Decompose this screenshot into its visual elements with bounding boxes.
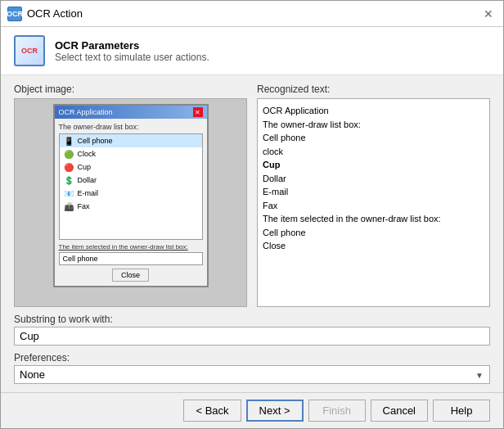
cell-phone-label: Cell phone xyxy=(78,137,113,145)
footer: < Back Next > Finish Cancel Help xyxy=(1,392,503,428)
list-item[interactable]: 🔴 Cup xyxy=(60,160,202,174)
header-section: OCR OCR Parameters Select text to simula… xyxy=(1,27,503,75)
mini-content: The owner-draw list box: 📱 Cell phone 🟢 … xyxy=(55,119,207,286)
recognized-line: Dollar xyxy=(263,172,484,186)
cell-phone-icon: 📱 xyxy=(63,135,74,147)
substring-input[interactable] xyxy=(14,327,490,345)
recognized-line: Cup xyxy=(263,158,484,172)
list-item[interactable]: 📠 Fax xyxy=(60,200,202,213)
list-item[interactable]: 💲 Dollar xyxy=(60,174,202,187)
title-bar-left: OCR OCR Action xyxy=(7,7,83,21)
preferences-section: Preferences: None xyxy=(14,352,490,384)
recognized-line: clock xyxy=(263,145,484,159)
help-button[interactable]: Help xyxy=(433,400,490,422)
list-item[interactable]: 📧 E-mail xyxy=(60,187,202,200)
recognized-line: E-mail xyxy=(263,185,484,199)
preferences-select[interactable]: None xyxy=(14,365,490,384)
object-image-box: OCR Application ✕ The owner-draw list bo… xyxy=(14,98,247,307)
recognized-line: Fax xyxy=(263,199,484,213)
recognized-line: The owner-draw list box: xyxy=(263,118,484,132)
window-icon: OCR xyxy=(7,7,22,21)
left-panel-label: Object image: xyxy=(14,84,247,95)
panel-right: Recognized text: OCR ApplicationThe owne… xyxy=(257,84,490,307)
mini-list-label: The owner-draw list box: xyxy=(59,123,203,131)
preferences-select-wrapper: None xyxy=(14,365,490,384)
right-panel-label: Recognized text: xyxy=(257,84,490,95)
mini-close-btn[interactable]: Close xyxy=(112,269,149,282)
clock-icon: 🟢 xyxy=(63,148,74,160)
title-bar: OCR OCR Action ✕ xyxy=(1,1,503,27)
mini-window-title: OCR Application xyxy=(59,108,113,116)
recognized-line: Cell phone xyxy=(263,226,484,240)
list-item[interactable]: 🟢 Clock xyxy=(60,147,202,160)
preferences-label: Preferences: xyxy=(14,352,490,364)
mini-selected-label: The item selected in the owner-draw list… xyxy=(59,243,203,251)
fax-label: Fax xyxy=(78,202,90,210)
mini-window: OCR Application ✕ The owner-draw list bo… xyxy=(53,104,209,287)
content-area: Object image: OCR Application ✕ The owne… xyxy=(1,75,503,392)
clock-label: Clock xyxy=(78,150,97,158)
recognized-line: OCR Application xyxy=(263,104,484,118)
ocr-logo-inner: OCR xyxy=(14,35,45,66)
panel-left: Object image: OCR Application ✕ The owne… xyxy=(14,84,247,307)
window-title: OCR Action xyxy=(27,7,83,20)
recognized-line: The item selected in the owner-draw list… xyxy=(263,212,484,226)
mini-close-button[interactable]: ✕ xyxy=(193,107,203,117)
window-close-button[interactable]: ✕ xyxy=(480,6,497,22)
logo-text: OCR xyxy=(7,10,23,18)
recognized-line: Close xyxy=(263,239,484,253)
substring-section: Substring to work with: xyxy=(14,314,490,345)
list-item[interactable]: 📱 Cell phone xyxy=(60,134,202,147)
fax-icon: 📠 xyxy=(63,201,74,212)
main-window: OCR OCR Action ✕ OCR OCR Parameters Sele… xyxy=(0,0,504,429)
cup-label: Cup xyxy=(78,163,92,171)
header-title: OCR Parameters xyxy=(55,39,209,52)
ocr-logo: OCR xyxy=(14,35,45,66)
cup-icon: 🔴 xyxy=(63,161,74,173)
dollar-icon: 💲 xyxy=(63,174,74,186)
recognized-line: Cell phone xyxy=(263,131,484,145)
cancel-button[interactable]: Cancel xyxy=(371,400,428,422)
recognized-text-box: OCR ApplicationThe owner-draw list box:C… xyxy=(257,98,490,307)
next-button[interactable]: Next > xyxy=(246,400,304,422)
mini-titlebar: OCR Application ✕ xyxy=(55,106,207,119)
email-icon: 📧 xyxy=(63,187,74,199)
substring-label: Substring to work with: xyxy=(14,314,490,325)
header-text: OCR Parameters Select text to simulate u… xyxy=(55,39,209,63)
dollar-label: Dollar xyxy=(78,176,97,184)
email-label: E-mail xyxy=(78,189,99,197)
mini-selected-value: Cell phone xyxy=(59,252,203,265)
finish-button: Finish xyxy=(308,400,366,422)
ocr-logo-text: OCR xyxy=(21,47,38,55)
header-subtitle: Select text to simulate user actions. xyxy=(55,52,209,63)
two-panel: Object image: OCR Application ✕ The owne… xyxy=(14,84,490,307)
mini-listbox: 📱 Cell phone 🟢 Clock 🔴 Cup xyxy=(59,133,203,240)
back-button[interactable]: < Back xyxy=(183,400,241,422)
